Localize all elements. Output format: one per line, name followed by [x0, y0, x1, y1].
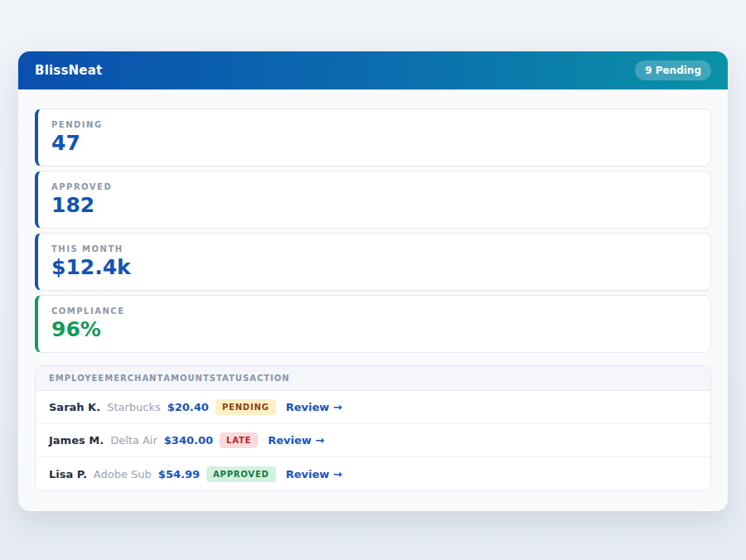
- stat-value: 182: [51, 194, 697, 217]
- stat-card-this-month: THIS MONTH $12.4k: [35, 233, 711, 291]
- review-link[interactable]: Review →: [286, 401, 342, 413]
- employee-name: James M.: [49, 434, 104, 447]
- status-badge: APPROVED: [206, 466, 276, 482]
- table-row: Sarah K. Starbucks $20.40 PENDING Review…: [36, 391, 710, 424]
- stat-card-approved: APPROVED 182: [35, 171, 711, 229]
- column-header-merchant: MERCHANT: [104, 374, 163, 383]
- column-header-amount: AMOUNT: [163, 374, 210, 383]
- column-header-employee: EMPLOYEE: [49, 374, 104, 383]
- status-badge: PENDING: [216, 399, 276, 415]
- app-title: BlissNeat: [35, 63, 102, 78]
- table-row: James M. Delta Air $340.00 LATE Review →: [36, 424, 710, 457]
- employee-name: Lisa P.: [49, 468, 87, 480]
- stat-card-compliance: COMPLIANCE 96%: [35, 295, 711, 353]
- stat-label: APPROVED: [51, 182, 697, 191]
- app-panel: BlissNeat 9 Pending PENDING 47 APPROVED …: [18, 51, 728, 511]
- stat-label: COMPLIANCE: [51, 307, 697, 316]
- app-header: BlissNeat 9 Pending: [18, 51, 728, 89]
- employee-name: Sarah K.: [49, 401, 100, 413]
- table-header-row: EMPLOYEEMERCHANTAMOUNTSTATUSACTION: [36, 366, 710, 391]
- panel-body: PENDING 47 APPROVED 182 THIS MONTH $12.4…: [18, 89, 728, 491]
- stat-label: THIS MONTH: [51, 244, 697, 253]
- stat-label: PENDING: [51, 120, 697, 129]
- stat-card-pending: PENDING 47: [35, 109, 711, 167]
- review-link[interactable]: Review →: [268, 434, 324, 447]
- status-badge: LATE: [220, 432, 258, 448]
- amount-value: $20.40: [167, 401, 209, 413]
- merchant-name: Adobe Sub: [94, 468, 152, 480]
- expenses-table: EMPLOYEEMERCHANTAMOUNTSTATUSACTION Sarah…: [35, 365, 711, 491]
- review-link[interactable]: Review →: [286, 468, 342, 480]
- column-header-status: STATUS: [210, 374, 249, 383]
- pending-count-badge[interactable]: 9 Pending: [635, 60, 711, 80]
- stat-value: 96%: [51, 318, 697, 341]
- amount-value: $340.00: [164, 434, 213, 447]
- stat-value: 47: [51, 132, 697, 155]
- merchant-name: Delta Air: [110, 434, 157, 447]
- stat-value: $12.4k: [51, 256, 697, 279]
- merchant-name: Starbucks: [107, 401, 161, 413]
- column-header-action: ACTION: [249, 374, 290, 383]
- amount-value: $54.99: [158, 468, 200, 480]
- table-row: Lisa P. Adobe Sub $54.99 APPROVED Review…: [36, 457, 710, 490]
